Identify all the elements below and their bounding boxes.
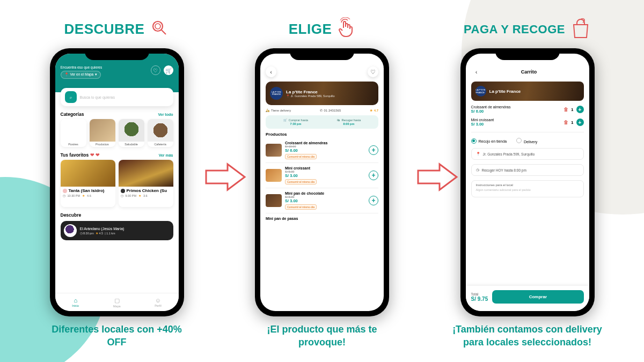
svg-point-0 — [153, 21, 163, 31]
step-title: PAGA Y RECOGE — [464, 11, 591, 48]
store-info-bar: 🛵Tiene delivery ✆01 2431565 ★4.7 — [266, 108, 378, 112]
product-image — [266, 144, 282, 157]
product-name: Mini pan de chocolate — [285, 191, 365, 195]
nav-home[interactable]: ⌂Inicio — [72, 297, 79, 307]
store-logo: LA P'TITEFRANCE — [270, 87, 283, 100]
add-button[interactable]: + — [369, 171, 378, 180]
favorites-title: Tus favoritos ❤ ❤ — [61, 152, 100, 158]
cart-item-name: Mini croissant — [471, 118, 494, 122]
category-label: Postres — [61, 142, 86, 147]
add-button[interactable]: + — [369, 145, 378, 155]
heart-icon: ❤ ❤ — [90, 152, 100, 158]
nav-label: Perfil — [155, 304, 162, 307]
clock-icon: ◷ — [63, 194, 65, 197]
consume-tag: Consumir el mismo día — [285, 179, 317, 184]
product-row[interactable]: Croissant de almendras S/ 10.00 S/ 6.00 … — [266, 138, 378, 163]
bell-icon: ♡ — [153, 68, 158, 73]
delivery-radio[interactable]: Delivery — [516, 138, 537, 144]
store-hero: LA P'TITEFRANCE La p'tite France — [471, 82, 584, 101]
arrow-icon — [416, 161, 459, 195]
profile-icon: ☺ — [155, 297, 161, 304]
cart-item-qty: 1 — [571, 107, 573, 112]
pickup-radio[interactable]: Recojo en tienda — [471, 138, 507, 144]
favorite-rating: 4.6 — [87, 194, 91, 197]
category-card[interactable]: Productos — [90, 119, 115, 147]
step-pay: PAGA Y RECOGE ‹ Carrito LA P'TITEFRANCE … — [439, 11, 616, 349]
pickup-time-row[interactable]: ◷ Recoger HOY hasta 8:00 pm — [471, 164, 584, 176]
shopping-bag-icon — [570, 17, 591, 42]
buy-until-label: Comprar hasta — [289, 119, 308, 122]
product-row[interactable]: Mini pan de chocolate S/ 5.00 S/ 3.00 Co… — [266, 188, 378, 213]
product-row[interactable]: Mini croissant S/ 5.00 S/ 3.00 Consumir … — [266, 163, 378, 188]
pickup-until-label: Recoger hasta — [342, 119, 361, 122]
nav-label: Mapa — [113, 305, 121, 308]
instructions-input[interactable]: Instrucciones para el local Algún coment… — [471, 180, 584, 197]
favorite-name: Tanta (San Isidro) — [69, 188, 105, 193]
remove-button[interactable]: 🗑 — [564, 107, 568, 112]
product-price: S/ 3.00 — [285, 198, 365, 203]
product-row[interactable]: Mini pan de pasas — [266, 213, 378, 224]
increment-button[interactable]: + — [576, 119, 584, 126]
bottom-nav: ⌂Inicio ▢Mapa ☺Perfil — [55, 293, 179, 311]
buy-button[interactable]: Comprar — [492, 290, 583, 304]
favorite-card[interactable]: Tanta (San Isidro) ◷ 10:30 PM ★ 4.6 — [61, 160, 115, 207]
category-label: Productos — [90, 142, 115, 147]
star-icon: ★ — [82, 194, 85, 197]
discover-distance: 1.1 km — [106, 232, 115, 235]
step-choose: ELIGE ‹ ♡ LA P'TITEFRANCE — [233, 11, 411, 349]
step-title-text: DESCUBRE — [64, 22, 145, 36]
favorite-card[interactable]: Primos Chicken (Su ◷ 9:30 PM ★ 3.6 — [119, 160, 173, 207]
checkout-bar: Total S/ 9.75 Comprar — [466, 286, 589, 311]
categories-see-all-link[interactable]: Ver todo — [158, 113, 173, 116]
nav-profile[interactable]: ☺Perfil — [155, 297, 162, 307]
search-input[interactable]: ⌕ Busca lo que quieras — [61, 88, 173, 106]
product-price: S/ 6.00 — [285, 148, 365, 153]
map-toggle-button[interactable]: 📍 Ver en el Mapa ▾ — [61, 71, 101, 78]
address-row[interactable]: 📍 Jr. Gonzales Prada 599, Surquillo — [471, 148, 584, 160]
favorites-see-more-link[interactable]: Ver más — [159, 153, 173, 157]
favorite-button[interactable]: ♡ — [368, 67, 378, 77]
tap-hand-icon — [337, 17, 355, 41]
step-caption: ¡El producto que más te provoque! — [247, 323, 397, 349]
back-button[interactable]: ‹ — [266, 67, 276, 77]
arrow-icon — [204, 161, 247, 195]
step-title-text: ELIGE — [289, 22, 332, 36]
notifications-button[interactable]: ♡ — [151, 65, 160, 75]
map-icon: ▢ — [114, 297, 120, 304]
add-button[interactable]: + — [369, 196, 378, 205]
cart-item-price: S/ 3.00 — [471, 122, 494, 127]
instructions-label: Instrucciones para el local — [476, 183, 579, 187]
consume-tag: Consumir el mismo día — [285, 154, 317, 159]
products-title: Productos — [266, 132, 378, 137]
favorite-time: 10:30 PM — [68, 194, 80, 197]
step-caption: ¡También contamos con delivery para loca… — [452, 323, 603, 349]
increment-button[interactable]: + — [576, 106, 584, 113]
step-title: DESCUBRE — [64, 11, 170, 48]
nav-map[interactable]: ▢Mapa — [113, 297, 121, 308]
product-name: Mini croissant — [285, 166, 365, 170]
step-discover: DESCUBRE Encuentra eso que quieres 📍 Ver… — [28, 11, 206, 349]
clock-icon: ◷ — [80, 232, 83, 235]
product-image — [266, 169, 282, 182]
cart-item: Croissant de almendras S/ 6.00 🗑 1 + — [471, 105, 584, 114]
cart-title: Carrito — [474, 69, 584, 75]
total-label: Total — [471, 292, 488, 296]
nav-label: Inicio — [72, 304, 79, 307]
category-card[interactable]: Postres — [61, 119, 86, 147]
discover-card[interactable]: El Arándano (Jesús María) ◷ 8:30 pm ★ 4.… — [61, 221, 173, 240]
search-icon: ⌕ — [65, 91, 77, 103]
motorbike-icon: 🛵 — [266, 108, 269, 112]
product-name: Mini pan de pasas — [266, 217, 378, 220]
store-name: La p'tite France — [286, 90, 334, 94]
category-card[interactable]: Saludable — [119, 119, 144, 147]
remove-button[interactable]: 🗑 — [564, 120, 568, 125]
instructions-placeholder: Algún comentario adicional para el pedid… — [476, 188, 579, 191]
store-hero: LA P'TITEFRANCE La p'tite France 📍 Jr. G… — [266, 82, 378, 105]
category-card[interactable]: Cafetería — [148, 119, 173, 147]
cart-button[interactable]: 🛒 — [164, 65, 173, 75]
phone-mock-discover: Encuentra eso que quieres 📍 Ver en el Ma… — [50, 48, 184, 316]
delivery-mode: Recojo en tienda Delivery — [471, 138, 584, 144]
heart-icon: ♡ — [370, 69, 376, 76]
category-label: Cafetería — [148, 142, 173, 147]
pin-icon: 📍 — [64, 72, 69, 77]
